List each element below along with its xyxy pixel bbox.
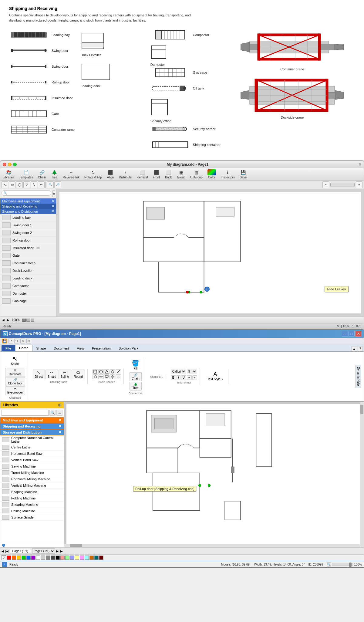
zoom-nav-next[interactable]: ▶ bbox=[7, 318, 9, 322]
ribbon-help[interactable]: ? bbox=[358, 346, 362, 351]
quick-access-save[interactable]: 💾 bbox=[2, 339, 7, 343]
color-green[interactable] bbox=[22, 556, 26, 560]
list-item[interactable]: Dock Leveller bbox=[0, 267, 56, 275]
list-item[interactable]: Roll-up door bbox=[0, 237, 56, 244]
toolbar-templates[interactable]: 📄 Templates bbox=[19, 169, 33, 179]
list-item[interactable]: Horizontal Milling Machine bbox=[0, 476, 64, 482]
color-lightblue[interactable] bbox=[70, 556, 74, 560]
mac-close-button[interactable] bbox=[3, 163, 6, 166]
color-cyan[interactable] bbox=[85, 556, 89, 560]
win-minimize-button[interactable]: — bbox=[342, 331, 348, 336]
list-item[interactable]: Turret Milling Machine bbox=[0, 470, 64, 476]
win-close-button[interactable]: ✕ bbox=[355, 331, 361, 336]
list-item[interactable]: Computer Numerical Control Lathe bbox=[0, 435, 64, 444]
page-nav-next[interactable]: ▶ bbox=[60, 549, 63, 553]
mac-lib-storage-close[interactable]: ✕ bbox=[52, 209, 54, 213]
page-view-1[interactable] bbox=[22, 319, 26, 322]
btn-text-style[interactable]: A Text Style ▾ bbox=[205, 370, 226, 382]
shape-more[interactable]: … bbox=[116, 374, 121, 379]
mac-canvas[interactable]: i Hide Leaves bbox=[56, 189, 364, 316]
list-item[interactable]: Folding Machine bbox=[0, 495, 64, 502]
list-item[interactable]: Dumpster bbox=[0, 290, 56, 297]
shape-line[interactable] bbox=[116, 369, 121, 374]
win-lib-shipping-expand[interactable]: ✕ bbox=[59, 424, 61, 428]
mac-search-input[interactable] bbox=[7, 190, 49, 196]
list-item[interactable]: Drilling Machine bbox=[0, 508, 64, 514]
draw-polygon[interactable]: ▽ bbox=[23, 181, 30, 188]
draw-minus[interactable]: − bbox=[322, 181, 329, 188]
dynamic-help-panel[interactable]: Dynamic Help bbox=[356, 365, 361, 388]
toolbar-align[interactable]: ⬛ Align bbox=[107, 169, 114, 179]
toolbar-rotate[interactable]: ↻ Rotate & Flip bbox=[84, 169, 102, 179]
win-scrollbar-horizontal[interactable] bbox=[64, 544, 360, 547]
color-pink[interactable] bbox=[60, 556, 65, 560]
draw-ellipse[interactable]: ◯ bbox=[16, 181, 23, 188]
color-orange[interactable] bbox=[12, 556, 16, 560]
draw-zoom-out[interactable]: 🔎 bbox=[54, 181, 61, 188]
list-item[interactable]: Swing door 2 bbox=[0, 229, 56, 237]
tab-solution-park[interactable]: Solution Park bbox=[115, 345, 142, 351]
win-lib-machines-expand[interactable]: ✕ bbox=[59, 418, 61, 422]
toolbar-group[interactable]: ▦ Group bbox=[177, 169, 185, 179]
quick-access-print[interactable]: 🖨 bbox=[20, 339, 25, 343]
btn-smart[interactable]: Smart bbox=[46, 370, 58, 379]
draw-line[interactable]: ╲ bbox=[31, 181, 37, 188]
color-purple[interactable] bbox=[31, 556, 35, 560]
shape-star[interactable] bbox=[98, 374, 104, 379]
list-item[interactable]: Vertical Band Saw bbox=[0, 457, 64, 463]
win-window-controls[interactable]: — □ ✕ bbox=[342, 331, 361, 336]
color-lightgreen[interactable] bbox=[65, 556, 69, 560]
btn-eyedropper[interactable]: ✏Eyedropper bbox=[5, 386, 25, 395]
win-maximize-button[interactable]: □ bbox=[349, 331, 355, 336]
color-blue[interactable] bbox=[26, 556, 31, 560]
color-white[interactable] bbox=[36, 556, 40, 560]
tab-document[interactable]: Document bbox=[50, 345, 73, 351]
btn-italic[interactable]: I bbox=[177, 375, 180, 380]
mac-window-zoom[interactable]: ⊞ bbox=[359, 162, 361, 166]
color-darkred[interactable] bbox=[99, 556, 103, 560]
btn-tree[interactable]: 🌲Tree bbox=[130, 382, 142, 390]
win-search-input[interactable] bbox=[2, 410, 49, 416]
color-red[interactable] bbox=[7, 556, 11, 560]
tab-shape[interactable]: Shape bbox=[32, 345, 50, 351]
list-item[interactable]: Gas cage bbox=[0, 297, 56, 305]
toolbar-front[interactable]: ⬛ Front bbox=[153, 169, 160, 179]
draw-plus[interactable]: + bbox=[356, 181, 362, 188]
page-view-3[interactable] bbox=[31, 319, 34, 322]
zoom-slider-thumb[interactable] bbox=[349, 563, 352, 567]
win-lib-shipping-header[interactable]: Shipping and Receiving ✕ bbox=[0, 423, 64, 429]
shape-triangle[interactable] bbox=[104, 369, 110, 374]
win-lib-storage-header[interactable]: Storage and Distribution ✕ bbox=[0, 429, 64, 435]
scrollbar-v-thumb[interactable] bbox=[360, 405, 363, 414]
btn-bold[interactable]: B bbox=[171, 375, 176, 380]
win-canvas-inner[interactable]: Roll-up door [Shipping & Receiving.cdd] bbox=[66, 404, 361, 545]
page-nav-start[interactable]: |◀ bbox=[5, 549, 8, 553]
list-item[interactable]: Gate bbox=[0, 252, 56, 259]
filter-btn[interactable]: ☰ bbox=[56, 410, 62, 416]
color-lightyellow[interactable] bbox=[75, 556, 79, 560]
quick-access-more[interactable]: ⊞ bbox=[26, 339, 31, 343]
mac-maximize-button[interactable] bbox=[13, 163, 17, 166]
list-item[interactable]: Sawing Machine bbox=[0, 463, 64, 470]
btn-direct[interactable]: Direct bbox=[33, 370, 45, 379]
mac-lib-shipping-close[interactable]: ✕ bbox=[52, 204, 54, 208]
shape-circle[interactable] bbox=[98, 369, 104, 374]
draw-zoom-in[interactable]: 🔍 bbox=[47, 181, 54, 188]
toolbar-identical[interactable]: ⬜ Identical bbox=[136, 169, 148, 179]
tab-home[interactable]: Home bbox=[15, 345, 32, 351]
shape-diamond[interactable] bbox=[110, 369, 115, 374]
page-nav-prev[interactable]: ◀ bbox=[2, 549, 4, 553]
toolbar-inspectors[interactable]: ℹ Inspectors bbox=[221, 169, 235, 179]
list-item[interactable]: Shaping Machine bbox=[0, 489, 64, 495]
list-item[interactable]: Loading dock bbox=[0, 275, 56, 282]
quick-access-redo[interactable]: ↪ bbox=[14, 339, 19, 343]
color-brown[interactable] bbox=[89, 556, 94, 560]
color-lightgray[interactable] bbox=[41, 556, 45, 560]
tab-file[interactable]: File bbox=[2, 345, 15, 351]
list-item[interactable]: Swing door 1 bbox=[0, 221, 56, 229]
libraries-options-icon[interactable]: ⊞ bbox=[58, 403, 61, 407]
page-nav-end[interactable]: ▶| bbox=[56, 549, 59, 553]
btn-spline[interactable]: Spline bbox=[59, 370, 71, 379]
search-btn[interactable]: 🔍 bbox=[49, 410, 56, 416]
draw-rect[interactable]: ▭ bbox=[9, 181, 15, 188]
